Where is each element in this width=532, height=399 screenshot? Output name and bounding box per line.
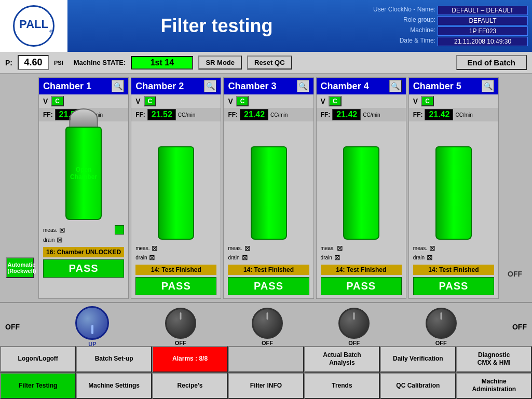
automatic-rockwell-button[interactable]: Automatic (Rockwell)	[6, 257, 34, 278]
right-off-label: OFF	[508, 270, 522, 278]
role-group-label: Role group:	[366, 16, 435, 25]
chamber-3-pass: PASS	[228, 277, 309, 295]
machine-state-value: 1st 14	[131, 56, 193, 70]
knob-5-label: OFF	[435, 340, 447, 346]
chamber-2-filter-body	[158, 146, 194, 240]
reset-qc-button[interactable]: Reset QC	[247, 56, 292, 70]
chamber-4-pass: PASS	[321, 277, 402, 295]
chamber-4-ff-label: FF:	[321, 111, 331, 118]
chamber-5-magnify-button[interactable]: 🔍	[482, 80, 494, 92]
chamber-1-ff-label: FF:	[43, 111, 53, 118]
nav-diagnostic-cmx[interactable]: DiagnosticCMX & HMI	[456, 346, 532, 373]
chamber-3-filter-body	[251, 146, 287, 240]
knob-1[interactable]	[75, 306, 109, 340]
chamber-4-header: Chamber 4 🔍	[317, 78, 406, 94]
nav-daily-verification[interactable]: Daily Verification	[380, 346, 456, 373]
chamber-1-meas-icon: ⊠	[59, 226, 65, 234]
chamber-2-ff-label: FF:	[135, 111, 145, 118]
chamber-1-filter-body: OpenChamber	[65, 127, 102, 220]
bottom-navigation: Logon/Logoff Batch Set-up Alarms : 8/8 A…	[0, 346, 532, 399]
chamber-1-drain-icon: ⊠	[57, 236, 63, 244]
nav-logon-logoff[interactable]: Logon/Logoff	[0, 346, 76, 373]
chamber-5-ff-unit: CC/min	[455, 112, 472, 118]
chamber-4-v-label: V	[321, 97, 325, 105]
main-content: Automatic (Rockwell) Chamber 1 🔍 V C FF:…	[0, 74, 532, 302]
chamber-4-ff-value: 21.42	[332, 109, 361, 120]
chamber-3-c-button[interactable]: C	[236, 96, 249, 106]
user-clockno-label: User ClockNo - Name:	[366, 6, 435, 15]
nav-trends[interactable]: Trends	[304, 373, 380, 399]
nav-filter-info[interactable]: Filter INFO	[228, 373, 304, 399]
chamber-5-drain-icon: ⊠	[427, 253, 433, 262]
chamber-5-title: Chamber 5	[413, 81, 461, 92]
chamber-1-magnify-button[interactable]: 🔍	[112, 80, 124, 92]
chamber-3-header: Chamber 3 🔍	[224, 78, 313, 94]
chamber-3-drain-icon: ⊠	[242, 253, 248, 262]
chamber-5-meas-label: meas.	[413, 245, 427, 251]
knob-5[interactable]	[426, 308, 457, 339]
chamber-3: Chamber 3 🔍 V C FF: 21.42 CC/min meas. ⊠	[223, 77, 313, 299]
chamber-5-header: Chamber 5 🔍	[409, 78, 498, 94]
chamber-3-magnify-button[interactable]: 🔍	[297, 80, 309, 92]
nav-batch-setup[interactable]: Batch Set-up	[76, 346, 152, 373]
chamber-3-ff: FF: 21.42 CC/min	[224, 108, 313, 121]
chamber-1-filter-visual: OpenChamber	[39, 121, 128, 225]
pressure-label: P:	[5, 59, 12, 67]
nav-alarms[interactable]: Alarms : 8/8	[152, 346, 228, 373]
knob-2[interactable]	[165, 308, 196, 339]
chamber-4-status: 14: Test Finished	[321, 265, 402, 275]
chamber-2-meas: meas. ⊠	[131, 244, 221, 252]
nav-machine-administration[interactable]: MachineAdministration	[456, 373, 532, 399]
datetime-value: 21.11.2008 10:49:30	[438, 37, 528, 46]
chamber-3-vc: V C	[224, 94, 313, 108]
knobs-row: OFF UP OFF OFF OFF OFF OFF	[0, 302, 532, 350]
knob-1-container[interactable]: UP	[75, 306, 109, 347]
chamber-5-drain: drain ⊠	[409, 252, 498, 263]
sr-mode-button[interactable]: SR Mode	[198, 56, 242, 70]
chamber-5-c-button[interactable]: C	[421, 96, 434, 106]
nav-row-2: Filter Testing Machine Settings Recipe's…	[0, 373, 532, 399]
knob-4-indicator	[353, 312, 355, 320]
knob-right-off-label: OFF	[512, 323, 527, 331]
chamber-1-filter-cap	[70, 108, 98, 129]
chamber-4-filter-body-group	[343, 126, 379, 240]
nav-recipes[interactable]: Recipe's	[152, 373, 228, 399]
chamber-2-header: Chamber 2 🔍	[131, 78, 221, 94]
chamber-2-drain-label: drain	[135, 255, 147, 260]
knob-5-container[interactable]: OFF	[426, 308, 457, 346]
chamber-2-magnify-button[interactable]: 🔍	[204, 80, 216, 92]
chamber-1-c-button[interactable]: C	[51, 96, 64, 106]
nav-filter-testing[interactable]: Filter Testing	[0, 373, 76, 399]
knob-1-indicator	[91, 325, 93, 334]
chamber-4-magnify-button[interactable]: 🔍	[389, 80, 402, 92]
chamber-5-ff: FF: 21.42 CC/min	[409, 108, 498, 121]
nav-actual-batch-analysis[interactable]: Actual BatchAnalysis	[304, 346, 380, 373]
chamber-2-drain: drain ⊠	[131, 252, 221, 263]
psi-label: PSI	[54, 60, 63, 66]
knob-4-container[interactable]: OFF	[338, 308, 370, 346]
nav-machine-settings[interactable]: Machine Settings	[76, 373, 152, 399]
chamber-5-status: 14: Test Finished	[413, 265, 494, 275]
chamber-2-filter-body-group	[158, 126, 194, 240]
chamber-2-ff: FF: 21.52 CC/min	[131, 108, 221, 121]
chamber-3-filter-body-group	[251, 126, 287, 240]
chamber-4-c-button[interactable]: C	[329, 96, 342, 106]
knob-4-label: OFF	[348, 340, 360, 346]
knob-2-container[interactable]: OFF	[165, 308, 196, 346]
knob-right-off: OFF	[512, 323, 527, 331]
chamber-2: Chamber 2 🔍 V C FF: 21.52 CC/min meas. ⊠	[131, 77, 221, 299]
chamber-1-title: Chamber 1	[43, 81, 91, 92]
knob-3-container[interactable]: OFF	[252, 308, 283, 346]
end-of-batch-button[interactable]: End of Batch	[456, 55, 527, 70]
logo-registered: ®	[49, 29, 53, 34]
knob-4[interactable]	[338, 308, 370, 339]
chamber-4-meas: meas. ⊠	[317, 244, 406, 252]
right-side-panel: OFF	[502, 77, 528, 299]
nav-qc-calibration[interactable]: QC Calibration	[380, 373, 456, 399]
knob-3[interactable]	[252, 308, 283, 339]
chamber-5-vc: V C	[409, 94, 498, 108]
logo-box: PALL ®	[0, 0, 67, 52]
chamber-5-filter-body-group	[435, 126, 472, 240]
chamber-4: Chamber 4 🔍 V C FF: 21.42 CC/min meas. ⊠	[316, 77, 406, 299]
chamber-2-c-button[interactable]: C	[144, 96, 157, 106]
